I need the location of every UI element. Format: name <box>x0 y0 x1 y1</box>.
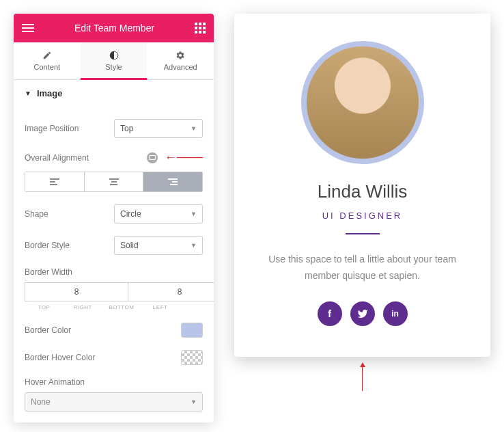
apps-icon[interactable] <box>195 23 206 33</box>
member-name: Linda Willis <box>255 181 470 202</box>
overall-alignment-label: Overall Alignment <box>25 153 143 163</box>
hover-animation-select[interactable]: None ▼ <box>25 392 203 411</box>
border-width-top[interactable] <box>25 282 128 301</box>
alignment-buttons <box>25 172 203 192</box>
chevron-down-icon: ▼ <box>191 242 197 249</box>
border-hover-color-label: Border Hover Color <box>25 353 181 362</box>
facebook-link[interactable]: f <box>318 301 342 326</box>
divider <box>346 233 380 234</box>
border-color-swatch[interactable] <box>181 323 203 338</box>
twitter-link[interactable] <box>350 301 375 326</box>
border-width-label: Border Width <box>25 267 203 277</box>
shape-select[interactable]: Circle ▼ <box>114 204 203 224</box>
tab-style[interactable]: Style <box>81 42 148 79</box>
contrast-icon <box>109 51 119 60</box>
border-width-right[interactable] <box>128 282 214 301</box>
align-center-icon <box>109 178 119 185</box>
image-position-label: Image Position <box>25 124 114 133</box>
annotation-arrow-up <box>360 362 365 391</box>
section-image[interactable]: ▼ Image <box>14 80 214 107</box>
border-color-label: Border Color <box>25 325 181 335</box>
align-center-button[interactable] <box>85 172 144 192</box>
team-member-card: Linda Willis UI DESIGNER Use this space … <box>234 14 490 357</box>
social-links: f in <box>255 301 470 326</box>
pencil-icon <box>42 51 52 60</box>
align-right-button[interactable] <box>143 172 203 192</box>
chevron-down-icon: ▼ <box>191 211 197 217</box>
member-avatar <box>301 41 424 164</box>
annotation-arrow-left: ←─── <box>165 150 203 165</box>
border-style-select[interactable]: Solid ▼ <box>114 236 203 255</box>
member-description: Use this space to tell a little about yo… <box>255 252 470 284</box>
shape-label: Shape <box>25 209 114 219</box>
twitter-icon <box>357 308 368 319</box>
editor-panel: Edit Team Member Content Style Advanced … <box>14 14 214 422</box>
align-left-icon <box>50 178 59 185</box>
chevron-down-icon: ▼ <box>191 399 197 405</box>
member-role: UI DESIGNER <box>255 211 470 221</box>
editor-header: Edit Team Member <box>14 14 214 42</box>
tabs: Content Style Advanced <box>14 42 214 80</box>
tab-content[interactable]: Content <box>14 42 81 79</box>
hover-animation-label: Hover Animation <box>25 377 203 387</box>
menu-icon[interactable] <box>22 24 34 32</box>
gear-icon <box>176 51 185 60</box>
align-left-button[interactable] <box>25 172 85 192</box>
linkedin-link[interactable]: in <box>383 301 408 326</box>
linkedin-icon: in <box>391 309 399 319</box>
chevron-down-icon: ▼ <box>191 125 197 132</box>
border-hover-color-swatch[interactable] <box>181 350 203 365</box>
editor-title: Edit Team Member <box>74 23 154 33</box>
image-position-select[interactable]: Top ▼ <box>114 119 203 138</box>
caret-down-icon: ▼ <box>25 90 31 97</box>
align-right-icon <box>168 178 178 185</box>
responsive-icon[interactable] <box>147 152 158 163</box>
tab-advanced[interactable]: Advanced <box>147 42 214 79</box>
facebook-icon: f <box>328 308 331 319</box>
border-style-label: Border Style <box>25 241 114 250</box>
